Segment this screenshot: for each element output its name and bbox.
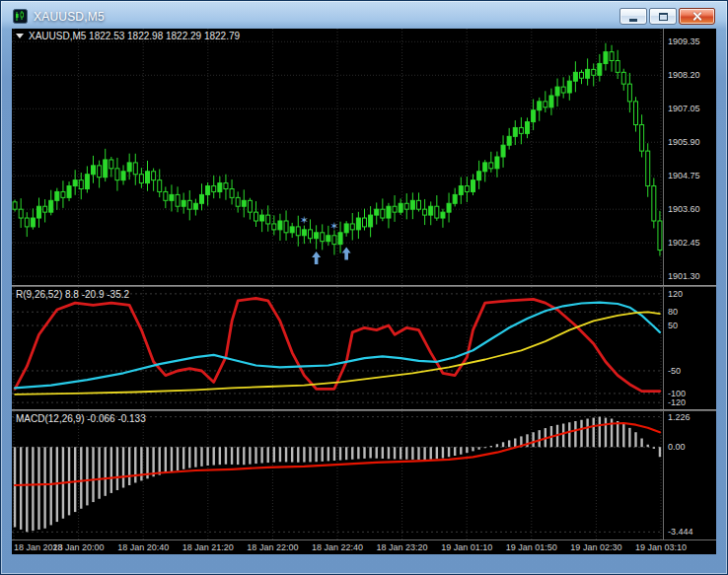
candle-body [139,175,143,183]
window-controls [619,8,715,25]
candle-body [284,221,288,233]
candle-body [423,209,427,215]
main-price-scale[interactable]: 1909.351908.201907.051905.901904.751903.… [663,29,716,285]
candle-body [158,180,162,192]
macd-histogram-bar [255,447,256,464]
time-tick-label: 19 Jan 02:30 [570,542,621,552]
candle-body [417,200,421,209]
macd-row: MACD(12,26,9) -0.066 -0.133 1.2260.00-3.… [12,411,716,539]
macd-histogram-bar [74,447,76,512]
candle-body [646,151,650,185]
candle-body [309,230,313,239]
candle-body [532,110,536,122]
time-tick-label: 19 Jan 03:10 [635,542,687,552]
candle-body [344,224,348,233]
time-tick-label: 18 Jan 20:00 [53,542,105,552]
macd-histogram-bar [188,447,190,467]
macd-histogram-bar [322,447,324,462]
close-button[interactable] [679,8,715,25]
candle-body [381,209,385,218]
macd-histogram-bar [37,447,39,530]
macd-histogram-bar [562,424,564,448]
candle-body [555,87,559,96]
macd-chart[interactable] [12,411,663,539]
candle-body [260,215,264,221]
candle-body [519,127,523,133]
macd-histogram-bar [165,447,167,473]
macd-histogram-bar [43,447,45,529]
candle-body [182,200,185,206]
candle-body [121,172,125,180]
scale-tick-label: 1905.90 [668,137,700,147]
candle-body [200,194,204,203]
macd-histogram-bar [357,447,359,459]
scale-tick-label: 80 [668,307,678,317]
candle-body [580,72,584,78]
macd-histogram-bar [599,417,601,448]
minimize-icon [629,19,637,22]
macd-value-scale[interactable]: 1.2260.00-3.444 [663,411,716,539]
candle-body [176,194,180,206]
macd-histogram-bar [345,447,347,460]
time-axis[interactable]: 18 Jan 202318 Jan 20:0018 Jan 20:4018 Ja… [12,539,716,554]
macd-histogram-bar [128,447,130,485]
scale-tick-label: 50 [668,321,678,330]
time-tick-label: 18 Jan 23:20 [377,542,428,552]
candle-body [489,163,493,169]
macd-histogram-bar [98,447,100,499]
candle-body [266,215,270,224]
candle-body [404,203,408,209]
close-icon [692,11,702,22]
main-chart-label: XAUUSD,M5 1822.53 1822.98 1822.29 1822.7… [16,31,240,41]
candle-body [127,163,131,172]
candle-body [85,175,89,189]
macd-histogram-bar [514,439,516,448]
macd-histogram-bar [303,447,305,462]
symbol-dropdown-icon[interactable] [16,34,24,38]
macd-histogram-bar [574,421,576,447]
candle-body [302,230,306,236]
main-chart-panel: XAUUSD,M5 1822.53 1822.98 1822.29 1822.7… [12,29,663,285]
candle-body [31,218,35,227]
titlebar[interactable]: XAUUSD,M5 [12,4,716,29]
candle-body [621,72,625,84]
candle-body [567,81,571,93]
minimize-button[interactable] [619,8,647,25]
indicator1-chart[interactable] [12,287,663,409]
macd-histogram-bar [26,447,28,532]
macd-histogram-bar [213,447,215,465]
macd-histogram-bar [394,447,396,459]
macd-histogram-bar [466,447,468,453]
maximize-button[interactable] [649,8,677,25]
scale-tick-label: -120 [668,397,686,407]
candle-body [115,169,119,180]
candle-body [387,206,391,218]
macd-histogram-bar [532,432,534,447]
indicator1-value-scale[interactable]: 1208050-50-100-120 [663,287,716,409]
macd-histogram-bar [249,447,251,464]
candle-body [25,218,29,227]
macd-histogram-bar [593,418,595,448]
scale-tick-label: 120 [668,289,683,299]
candle-body [441,212,445,218]
macd-histogram-bar [171,447,173,471]
candle-body [356,218,360,230]
candle-body [549,96,553,108]
candle-body [248,200,252,212]
macd-histogram-bar [430,447,432,459]
candle-body [37,206,41,218]
scale-tick-label: 1909.35 [668,36,700,46]
macd-histogram-bar [291,447,293,462]
terminal-window: XAUUSD,M5 XAUUSD,M5 1822.53 1822.98 1822… [0,0,728,575]
scale-tick-label: 1.226 [668,412,691,422]
candle-body [278,221,282,230]
main-chart[interactable]: ✶✶ [12,29,663,285]
candle-body [363,218,367,227]
macd-histogram-bar [477,447,479,450]
candle-body [658,221,662,251]
time-tick-label: 18 Jan 22:40 [312,542,363,552]
candle-body [170,194,174,200]
macd-histogram-bar [200,447,202,467]
candle-body [104,160,108,178]
macd-histogram-bar [260,447,262,463]
